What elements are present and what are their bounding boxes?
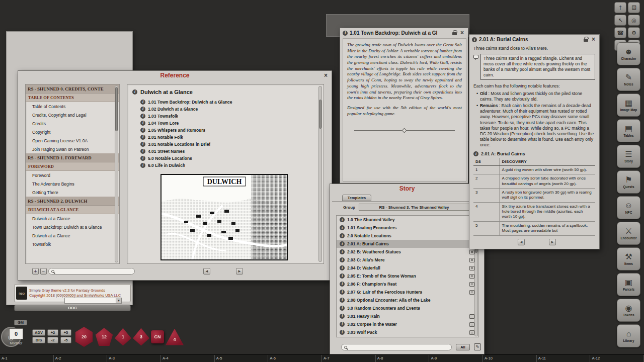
story-entry[interactable]: i2.07 G: Lair of the Ferocious Hunters: [337, 288, 478, 296]
lock-icon[interactable]: [452, 32, 457, 35]
sidebar-item-parcels[interactable]: ▣Parcels: [617, 273, 640, 296]
reference-link[interactable]: i6.0 Life in Dulwich: [127, 162, 324, 169]
story-entry[interactable]: i1.01 Scaling Encounters: [337, 224, 478, 232]
reference-link[interactable]: i5.0 Notable Locations: [127, 155, 324, 162]
gm-identity-tab[interactable]: GM: [14, 320, 27, 325]
story-entry[interactable]: i2.05 E: Tomb of the Stone Woman: [337, 272, 478, 280]
story-entry[interactable]: i2.04 D: Waterfall: [337, 264, 478, 272]
cairns-table-link[interactable]: i 2.01 A: Burial Cairns: [473, 151, 595, 156]
hotkey-slot[interactable]: A-4: [161, 355, 215, 362]
story-search-input[interactable]: [349, 345, 449, 349]
chat-mode-dropdown[interactable]: ▼: [64, 298, 122, 304]
minus5-button[interactable]: -5: [60, 337, 71, 343]
sidebar-item-npc[interactable]: ☺NPC: [617, 196, 640, 219]
story-search[interactable]: [341, 344, 452, 350]
sidebar-item-imagemap[interactable]: ▦Image Map: [617, 94, 640, 117]
sidebar-item-quests[interactable]: ⚑Quests: [617, 170, 640, 194]
hotkey-slot[interactable]: A-11: [537, 355, 591, 362]
reference-link[interactable]: i1.03 Townsfolk: [127, 113, 324, 120]
lock-icon[interactable]: [584, 39, 588, 42]
story-entry[interactable]: i2.03 C: Aila's Mere: [337, 256, 478, 264]
reference-link[interactable]: i4.01 Street Names: [127, 148, 324, 155]
story-entry[interactable]: i2.08 Optional Encounter: Aila of the La…: [337, 296, 478, 304]
toc-item[interactable]: Open Gaming License V1.0A: [26, 136, 119, 145]
reference-link[interactable]: i2.01 Notable Folk: [127, 134, 324, 141]
reference-link[interactable]: i1.01 Town Backdrop: Dulwich at a Glance: [127, 99, 324, 106]
reference-search[interactable]: [48, 268, 135, 275]
reference-link[interactable]: i3.01 Notable Locations in Brief: [127, 141, 324, 148]
burial-cairns-titlebar[interactable]: i 2.01 A: Burial Cairns ×: [469, 35, 599, 44]
draw-tool-button[interactable]: †: [614, 2, 626, 13]
toc-subheader[interactable]: DULWICH AT A GLANCE: [26, 206, 119, 214]
hotkey-slot[interactable]: A-6: [268, 355, 322, 362]
reference-link[interactable]: i1.04 Town Lore: [127, 120, 324, 127]
advantage-button[interactable]: ADV: [32, 329, 45, 336]
speech-bubble-icon[interactable]: [473, 55, 478, 59]
pointer-arrow-button[interactable]: ↖: [614, 15, 626, 26]
story-entry[interactable]: i2.0 Notable Locations: [337, 232, 478, 240]
toc-item[interactable]: Foreword: [26, 171, 119, 179]
hotkey-slot[interactable]: A-5: [215, 355, 269, 362]
d4-die[interactable]: 4: [166, 329, 184, 345]
hotkey-slot[interactable]: A-9: [429, 355, 483, 362]
toc-section-header[interactable]: RS - SHUNNED 2. DULWICH: [26, 197, 119, 206]
tab-templates[interactable]: Templates: [342, 195, 371, 201]
sidebar-item-library[interactable]: ⌂Library: [617, 324, 640, 347]
sidebar-item-story[interactable]: ☰Story: [617, 145, 640, 168]
toc-scrollbar-handle[interactable]: [115, 87, 118, 131]
story-entry[interactable]: i3.01 Heavy Rain: [337, 312, 478, 320]
sidebar-item-tables[interactable]: ▤Tables: [617, 119, 640, 142]
toc-subheader[interactable]: FOREWORD: [26, 162, 119, 171]
story-entry[interactable]: i2.06 F: Champion's Rest: [337, 280, 478, 288]
toc-item[interactable]: Copyright: [26, 128, 119, 136]
toc-subheader[interactable]: TABLE OF CONTENTS: [26, 94, 119, 102]
sidebar-item-notes[interactable]: ✎Notes: [617, 68, 640, 91]
hotkey-slot[interactable]: A-3: [107, 355, 161, 362]
sidebar-item-character[interactable]: ☻Character: [617, 42, 640, 65]
toc-item[interactable]: Getting There: [26, 188, 119, 197]
reference-content-scrollbar[interactable]: [318, 86, 322, 262]
hotkey-slot[interactable]: A-7: [322, 355, 376, 362]
toc-item[interactable]: Townsfolk: [26, 240, 119, 248]
hotkey-slot[interactable]: A-12: [590, 355, 644, 362]
toc-scrollbar[interactable]: [115, 85, 118, 262]
hotkey-slot[interactable]: A-8: [376, 355, 430, 362]
remove-button[interactable]: −: [40, 268, 47, 275]
reference-titlebar[interactable]: Reference ×: [18, 71, 332, 80]
d10-die[interactable]: 1: [115, 328, 131, 346]
close-icon[interactable]: ×: [323, 72, 329, 79]
reference-link[interactable]: i1.02 Dulwich at a Glance: [127, 106, 324, 113]
story-entry[interactable]: i2.02 B: Weathered Statues: [337, 248, 478, 256]
all-filter-button[interactable]: All: [456, 344, 470, 350]
minus2-button[interactable]: -2: [47, 337, 58, 343]
calling-button[interactable]: ☎: [614, 27, 626, 38]
close-icon[interactable]: ×: [590, 36, 597, 43]
dice-tower-button[interactable]: ⚄: [628, 2, 640, 13]
story-entry[interactable]: i3.03 Wolf Pack: [337, 328, 478, 336]
chevron-down-icon[interactable]: ▼: [116, 298, 121, 303]
toc-item[interactable]: Dulwich at a Glance: [26, 231, 119, 240]
slider-handle[interactable]: [402, 128, 407, 133]
town-backdrop-titlebar[interactable]: i 1.01 Town Backdrop: Dulwich at a Gl ×: [340, 28, 468, 38]
plus2-button[interactable]: +2: [47, 329, 58, 336]
d8-die[interactable]: 3: [133, 328, 149, 346]
previous-page-button[interactable]: ◄: [518, 239, 525, 245]
sidebar-item-tokens[interactable]: ◉Tokens: [617, 299, 640, 322]
toc-section-header[interactable]: RS - SHUNNED 0. CREDITS, CONTE: [26, 84, 119, 94]
d20-die[interactable]: 20: [74, 327, 94, 347]
edit-toggle-button[interactable]: ✎: [474, 343, 481, 350]
hotkey-slot[interactable]: A-10: [483, 355, 537, 362]
sidebar-item-items[interactable]: ⚒Items: [617, 247, 640, 270]
add-button[interactable]: +: [32, 268, 39, 275]
story-titlebar[interactable]: Story ×: [330, 184, 484, 194]
group-dropdown[interactable]: RS - Shunned 3. The Shunned Valley: [359, 204, 469, 211]
options-button[interactable]: ⚙: [628, 27, 640, 38]
next-page-button[interactable]: ►: [236, 268, 243, 275]
previous-page-button[interactable]: ◄: [203, 268, 210, 275]
close-icon[interactable]: ×: [459, 30, 465, 36]
hotkey-slot[interactable]: A-1: [0, 355, 54, 362]
toc-section-header[interactable]: RS - SHUNNED 1. FOREWARD: [26, 153, 119, 162]
story-entry[interactable]: i3.02 Corpse in the Water: [337, 320, 478, 328]
plus5-button[interactable]: +5: [60, 329, 71, 336]
hotkey-slot[interactable]: A-2: [54, 355, 108, 362]
